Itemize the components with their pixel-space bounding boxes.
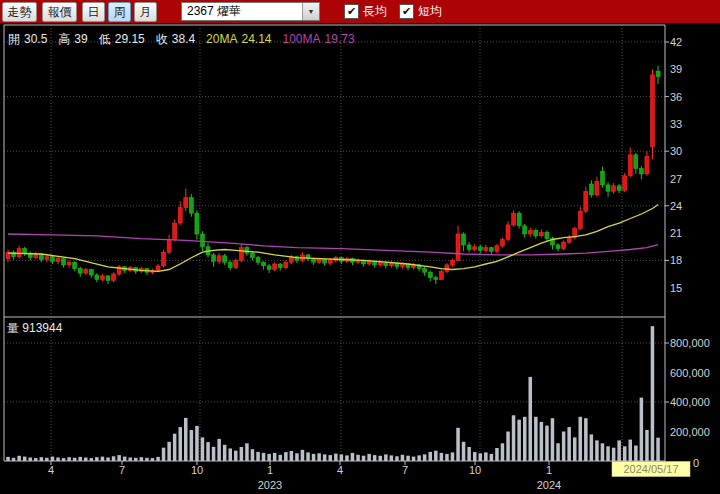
chevron-down-icon[interactable]: ▼ (302, 3, 319, 20)
ma100-label: 100MA (283, 32, 321, 46)
svg-text:0: 0 (693, 457, 699, 469)
svg-text:33: 33 (670, 118, 682, 130)
open-label: 開 (8, 32, 20, 46)
toolbar: 走勢 報價 日 周 月 2367 燿華 ▼ ✔ 長均 ✔ 短均 (0, 0, 720, 23)
svg-text:21: 21 (670, 227, 682, 239)
svg-text:400,000: 400,000 (670, 396, 710, 408)
svg-text:800,000: 800,000 (670, 337, 710, 349)
svg-text:39: 39 (670, 63, 682, 75)
candlestick-chart[interactable]: 42393633302724211815800,000600,000400,00… (0, 0, 720, 494)
svg-text:600,000: 600,000 (670, 367, 710, 379)
svg-text:7: 7 (119, 464, 125, 476)
svg-text:2024: 2024 (537, 479, 561, 491)
high-value: 39 (74, 32, 87, 46)
checkbox-checked-icon: ✔ (399, 4, 414, 19)
svg-text:1: 1 (546, 464, 552, 476)
ma100-line (8, 234, 658, 255)
svg-text:7: 7 (402, 464, 408, 476)
trend-button[interactable]: 走勢 (2, 2, 37, 22)
svg-text:10: 10 (469, 464, 481, 476)
short-ma-checkbox[interactable]: ✔ 短均 (399, 3, 442, 20)
ma20-value: 24.14 (241, 32, 271, 46)
low-value: 29.15 (115, 32, 145, 46)
checkbox-checked-icon: ✔ (344, 4, 359, 19)
quote-button[interactable]: 報價 (42, 2, 77, 22)
svg-text:4: 4 (48, 464, 54, 476)
svg-text:27: 27 (670, 173, 682, 185)
price-axis-labels: 42393633302724211815 (665, 36, 682, 294)
tab-daily[interactable]: 日 (82, 2, 105, 22)
stock-chart-app: 42393633302724211815800,000600,000400,00… (0, 0, 720, 494)
ma20-label: 20MA (206, 32, 237, 46)
svg-text:15: 15 (670, 282, 682, 294)
high-label: 高 (58, 32, 70, 46)
svg-text:24: 24 (670, 200, 682, 212)
low-label: 低 (99, 32, 111, 46)
svg-text:36: 36 (670, 91, 682, 103)
svg-text:18: 18 (670, 254, 682, 266)
date-badge: 2024/05/17 (612, 462, 690, 477)
open-value: 30.5 (24, 32, 47, 46)
volume-header: 量 913944 (7, 320, 62, 337)
symbol-select[interactable]: 2367 燿華 ▼ (181, 2, 320, 21)
svg-text:2024/05/17: 2024/05/17 (623, 463, 678, 475)
svg-text:2023: 2023 (258, 479, 282, 491)
svg-text:4: 4 (337, 464, 343, 476)
long-ma-checkbox[interactable]: ✔ 長均 (344, 3, 387, 20)
svg-text:10: 10 (191, 464, 203, 476)
ma20-line (8, 205, 658, 272)
ohlc-header: 開30.5高39低29.15收38.420MA24.14100MA19.73 (8, 31, 366, 48)
volume-axis-labels: 800,000600,000400,000200,0000 (665, 337, 710, 469)
volume-bars (6, 326, 660, 461)
ma100-value: 19.73 (325, 32, 355, 46)
svg-text:42: 42 (670, 36, 682, 48)
volume-label: 量 (7, 321, 19, 335)
tab-monthly[interactable]: 月 (134, 2, 157, 22)
x-axis-labels: 471012023471012024 (48, 461, 561, 491)
close-label: 收 (156, 32, 168, 46)
svg-text:30: 30 (670, 145, 682, 157)
volume-value: 913944 (22, 321, 62, 335)
candles (6, 66, 660, 284)
long-ma-label: 長均 (363, 3, 387, 20)
symbol-select-value: 2367 燿華 (182, 3, 241, 20)
svg-text:200,000: 200,000 (670, 426, 710, 438)
short-ma-label: 短均 (418, 3, 442, 20)
svg-text:1: 1 (267, 464, 273, 476)
tab-weekly[interactable]: 周 (108, 2, 131, 22)
close-value: 38.4 (172, 32, 195, 46)
